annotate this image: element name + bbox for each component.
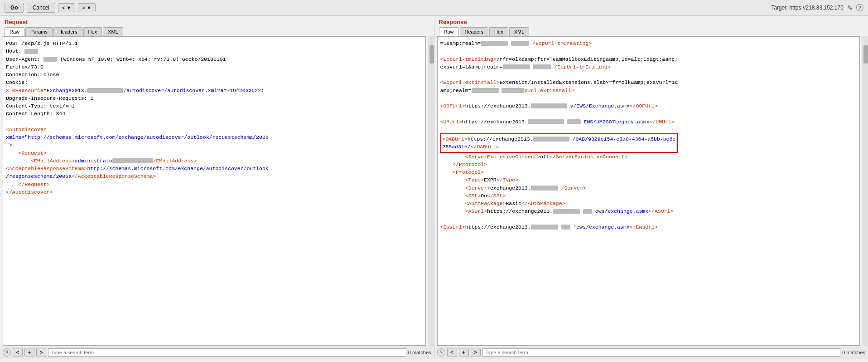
request-panel-inner: POST /ecp/z.js HTTP/1.1 Host: User-Agent…: [0, 36, 434, 346]
oab-highlight-box: <OABUrl>https://exchange2013. /OAB/9329c…: [440, 133, 678, 153]
response-scrollbar[interactable]: [863, 36, 868, 346]
nav-back-group: < ▼: [58, 3, 75, 12]
response-search-add[interactable]: +: [459, 348, 469, 357]
redact-r3: [503, 64, 530, 69]
response-panel-inner: =1&amp;realm= /EcpUrl-tmCreating> <EcpUr…: [434, 36, 868, 346]
request-matches: 0 matches: [408, 350, 431, 355]
request-search-help[interactable]: ?: [3, 348, 11, 357]
request-search-bar: ? < + > 0 matches: [0, 346, 434, 359]
redact-r4: [533, 64, 551, 69]
response-search-prev[interactable]: <: [447, 348, 457, 357]
request-scrollbar-thumb[interactable]: [429, 45, 434, 64]
redact-xbe1: [87, 88, 123, 93]
request-panel-title: Request: [0, 16, 434, 26]
redact-r15: [561, 225, 570, 230]
redact-r8: [528, 119, 564, 124]
request-content[interactable]: POST /ecp/z.js HTTP/1.1 Host: User-Agent…: [3, 36, 426, 346]
redact-ua: [43, 57, 57, 62]
redact-r11: [531, 186, 558, 191]
redact-r13: [583, 209, 592, 214]
response-panel-title: Response: [434, 16, 868, 26]
tab-raw-request[interactable]: Raw: [5, 27, 24, 36]
main-content: Request Raw Params Headers Hex XML POST …: [0, 16, 868, 359]
tab-xml-request[interactable]: XML: [103, 27, 123, 36]
go-button[interactable]: Go: [5, 3, 24, 13]
cancel-button[interactable]: Cancel: [27, 3, 55, 13]
redact-email: [112, 158, 153, 163]
redact-host: [24, 49, 38, 54]
redact-r9: [567, 119, 581, 124]
redact-r2: [511, 41, 529, 46]
response-scrollbar-thumb[interactable]: [863, 45, 868, 64]
nav-back-button[interactable]: < ▼: [58, 3, 75, 12]
redact-r6: [502, 88, 524, 93]
edit-target-icon[interactable]: ✎: [847, 4, 853, 11]
response-panel: Response Raw Headers Hex XML =1&amp;real…: [434, 16, 868, 359]
target-info: Target: https://218.83.152.170 ✎ ?: [771, 4, 863, 11]
tab-params-request[interactable]: Params: [25, 27, 53, 36]
redact-r12: [553, 209, 580, 214]
response-search-help[interactable]: ?: [437, 348, 445, 357]
tab-hex-response[interactable]: Hex: [489, 27, 508, 36]
redact-r1: [481, 41, 508, 46]
request-search-add[interactable]: +: [24, 348, 34, 357]
nav-forward-group: > ▼: [78, 3, 95, 12]
help-icon[interactable]: ?: [856, 4, 863, 11]
nav-forward-button[interactable]: > ▼: [78, 3, 95, 12]
redact-r10: [533, 137, 569, 142]
response-matches: 0 matches: [842, 350, 865, 355]
request-search-prev[interactable]: <: [13, 348, 23, 357]
redact-r5: [472, 88, 499, 93]
tab-headers-request[interactable]: Headers: [53, 27, 82, 36]
redact-r14: [531, 225, 558, 230]
response-tabs: Raw Headers Hex XML: [434, 26, 868, 36]
response-search-input[interactable]: [482, 348, 841, 357]
response-content[interactable]: =1&amp;realm= /EcpUrl-tmCreating> <EcpUr…: [437, 36, 860, 346]
request-panel: Request Raw Params Headers Hex XML POST …: [0, 16, 434, 359]
request-search-input[interactable]: [48, 348, 406, 357]
response-search-next[interactable]: >: [471, 348, 481, 357]
request-tabs: Raw Params Headers Hex XML: [0, 26, 434, 36]
redact-r7: [531, 103, 567, 108]
tab-headers-response[interactable]: Headers: [460, 27, 489, 36]
request-search-next[interactable]: >: [36, 348, 46, 357]
tab-hex-request[interactable]: Hex: [83, 27, 102, 36]
request-line1: POST /ecp/z.js HTTP/1.1 Host: User-Agent…: [6, 40, 269, 195]
toolbar: Go Cancel < ▼ > ▼ Target: https://218.83…: [0, 0, 868, 16]
target-text: Target: https://218.83.152.170: [771, 5, 843, 11]
response-search-bar: ? < + > 0 matches: [434, 346, 868, 359]
request-scrollbar[interactable]: [429, 36, 434, 346]
tab-xml-response[interactable]: XML: [509, 27, 530, 36]
tab-raw-response[interactable]: Raw: [439, 27, 459, 36]
